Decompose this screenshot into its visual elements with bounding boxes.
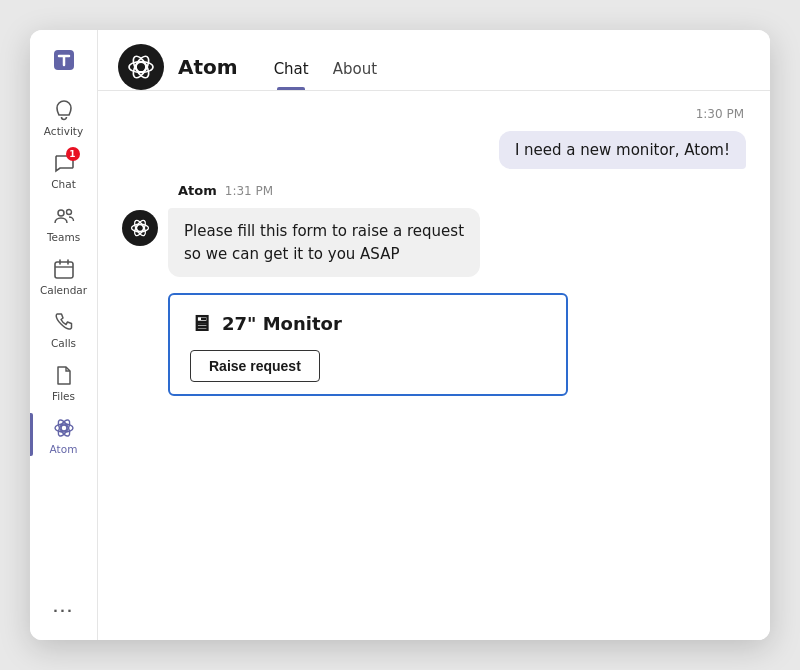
svg-rect-4 — [55, 262, 73, 278]
tab-chat[interactable]: Chat — [264, 54, 319, 90]
sidebar-item-files[interactable]: Files — [30, 355, 97, 408]
bot-message-text: Please fill this form to raise a request… — [184, 222, 464, 263]
atom-label: Atom — [50, 443, 78, 455]
app-window: Activity 1 Chat Teams — [30, 30, 770, 640]
activity-label: Activity — [44, 125, 83, 137]
atom-nav-icon — [52, 416, 76, 440]
teams-label: Teams — [47, 231, 80, 243]
chat-badge: 1 — [66, 147, 80, 161]
user-message-timestamp: 1:30 PM — [122, 107, 744, 121]
sidebar-item-activity[interactable]: Activity — [30, 90, 97, 143]
card-title: 🖥 27" Monitor — [190, 311, 546, 336]
sidebar-item-atom[interactable]: Atom — [30, 408, 97, 461]
svg-point-14 — [132, 224, 149, 232]
calls-label: Calls — [51, 337, 76, 349]
more-button[interactable]: ··· — [45, 588, 82, 628]
bot-message-row: Please fill this form to raise a request… — [122, 208, 746, 277]
svg-point-11 — [129, 62, 153, 73]
monitor-card: 🖥 27" Monitor Raise request — [168, 293, 568, 396]
chat-area: 1:30 PM I need a new monitor, Atom! Atom… — [98, 91, 770, 640]
bot-avatar-small — [122, 210, 158, 246]
monitor-icon: 🖥 — [190, 311, 212, 336]
svg-point-3 — [66, 210, 71, 215]
more-icon: ··· — [53, 603, 74, 618]
card-body: 🖥 27" Monitor Raise request — [170, 295, 566, 394]
activity-icon — [52, 98, 76, 122]
bot-message-bubble: Please fill this form to raise a request… — [168, 208, 480, 277]
sidebar: Activity 1 Chat Teams — [30, 30, 98, 640]
bot-sender-name: Atom — [178, 183, 217, 198]
chat-icon: 1 — [52, 151, 76, 175]
chat-label: Chat — [51, 178, 76, 190]
chat-header: Atom Chat About — [98, 30, 770, 91]
main-panel: Atom Chat About 1:30 PM I need a new mon… — [98, 30, 770, 640]
files-label: Files — [52, 390, 75, 402]
calls-icon — [52, 310, 76, 334]
raise-request-button[interactable]: Raise request — [190, 350, 320, 382]
bot-avatar-large — [118, 44, 164, 90]
files-icon — [52, 363, 76, 387]
sidebar-item-chat[interactable]: 1 Chat — [30, 143, 97, 196]
bot-name: Atom — [178, 55, 238, 79]
header-tabs: Chat About — [264, 44, 387, 90]
card-title-text: 27" Monitor — [222, 313, 342, 334]
calendar-label: Calendar — [40, 284, 87, 296]
tab-about[interactable]: About — [323, 54, 387, 90]
teams-logo — [44, 40, 84, 80]
bot-message-time: 1:31 PM — [225, 184, 273, 198]
sidebar-item-teams[interactable]: Teams — [30, 196, 97, 249]
bot-message-header: Atom 1:31 PM — [178, 183, 746, 198]
user-message-bubble: I need a new monitor, Atom! — [499, 131, 746, 169]
teams-nav-icon — [52, 204, 76, 228]
calendar-icon — [52, 257, 76, 281]
sidebar-item-calls[interactable]: Calls — [30, 302, 97, 355]
svg-point-2 — [58, 210, 64, 216]
sidebar-item-calendar[interactable]: Calendar — [30, 249, 97, 302]
